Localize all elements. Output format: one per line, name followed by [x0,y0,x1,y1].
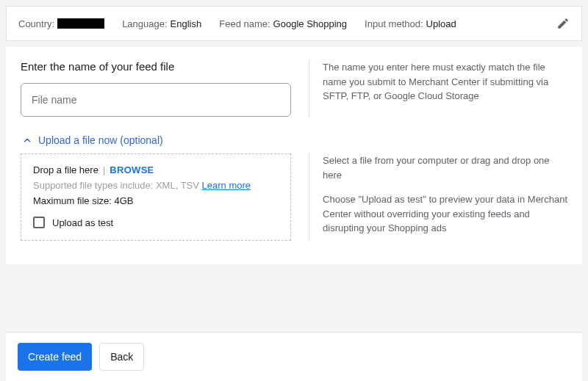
supported-types-text: Supported file types include: XML, TSV [33,180,199,191]
language-label: Language: [122,18,167,29]
back-button[interactable]: Back [99,343,144,371]
country-value-redacted [57,18,104,29]
summary-inputmethod: Input method: Upload [365,18,456,29]
country-label: Country: [18,18,54,29]
divider: | [103,164,105,175]
upload-row: Drop a file here | BROWSE Supported file… [21,153,567,241]
feed-summary-bar: Country: Language: English Feed name: Go… [6,6,582,41]
language-value: English [171,18,202,29]
filename-row: Enter the name of your feed file The nam… [21,60,567,117]
edit-button[interactable] [556,17,570,30]
upload-help-1: Select a file from your computer or drag… [323,153,567,182]
pencil-icon [556,17,570,30]
feedname-label: Feed name: [219,18,270,29]
footer-actions: Create feed Back [6,332,582,381]
filename-help-text: The name you enter here must exactly mat… [323,60,567,104]
summary-language: Language: English [122,18,201,29]
inputmethod-value: Upload [426,18,456,29]
upload-expander[interactable]: Upload a file now (optional) [22,134,567,146]
file-dropzone[interactable]: Drop a file here | BROWSE Supported file… [21,153,291,241]
chevron-up-icon [22,135,32,145]
summary-country: Country: [18,18,104,29]
max-file-size: Maximum file size: 4GB [33,195,279,206]
summary-feedname: Feed name: Google Shopping [219,18,347,29]
filename-heading: Enter the name of your feed file [21,60,291,73]
upload-as-test-label: Upload as test [52,217,113,228]
inputmethod-label: Input method: [365,18,423,29]
create-feed-button[interactable]: Create feed [18,343,92,371]
main-panel: Enter the name of your feed file The nam… [6,47,582,264]
filename-input[interactable] [21,83,291,117]
learn-more-link[interactable]: Learn more [202,180,251,191]
feedname-value: Google Shopping [273,18,347,29]
browse-button[interactable]: BROWSE [110,164,154,175]
upload-as-test-checkbox[interactable] [33,217,45,228]
upload-expander-label: Upload a file now (optional) [38,134,163,146]
drop-text: Drop a file here [33,164,98,175]
upload-help-2: Choose "Upload as test" to preview your … [323,192,567,236]
